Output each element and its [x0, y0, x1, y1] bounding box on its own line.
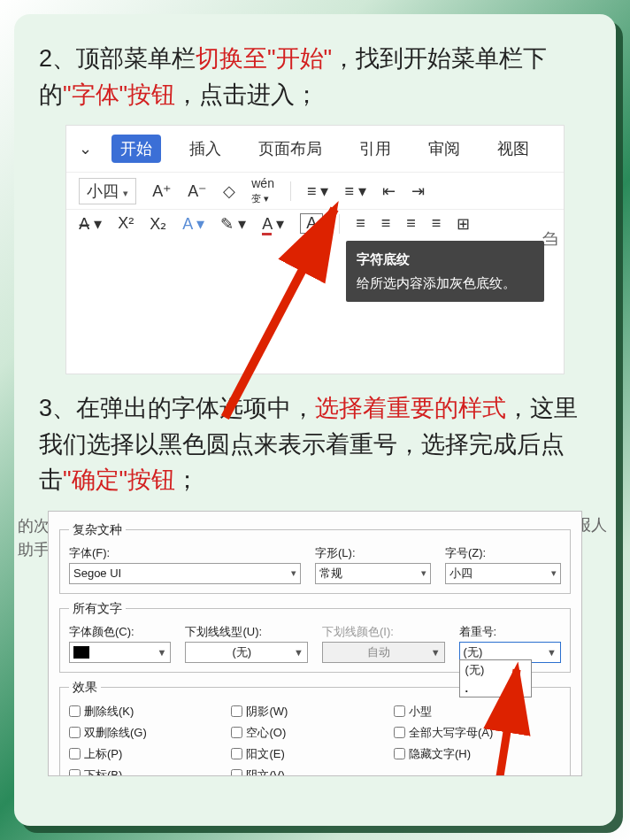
check-outline[interactable]: 空心(O): [231, 725, 393, 741]
emphasis-label: 着重号:: [459, 624, 561, 640]
tab-home[interactable]: 开始: [111, 135, 161, 163]
text: ，点击进入；: [175, 81, 319, 108]
tooltip-title: 字符底纹: [357, 250, 534, 270]
tab-reference[interactable]: 引用: [350, 135, 400, 163]
divider: [290, 181, 291, 201]
dropdown-icon: ▼: [158, 647, 167, 658]
tab-insert[interactable]: 插入: [181, 135, 230, 163]
strikethrough-icon[interactable]: A̶ ▾: [79, 214, 102, 234]
select-value: (无): [464, 644, 483, 660]
text-highlight: 切换至"开始": [196, 45, 332, 72]
select-value: 自动: [367, 644, 390, 660]
phonetic-guide-icon[interactable]: wén变 ▾: [251, 176, 274, 205]
font-label: 字体(F):: [69, 545, 301, 561]
font-select[interactable]: Segoe UI▾: [69, 563, 301, 584]
tab-review[interactable]: 审阅: [419, 135, 469, 163]
size-label: 字号(Z):: [445, 545, 561, 561]
decrease-font-icon[interactable]: A⁻: [188, 181, 207, 201]
dropdown-icon: ▾: [421, 567, 426, 579]
bullet-list-icon[interactable]: ≡ ▾: [307, 181, 329, 201]
color-label: 字体颜色(C):: [69, 624, 171, 640]
color-select[interactable]: ▼: [69, 642, 171, 663]
check-engrave[interactable]: 阴文(V): [231, 767, 393, 776]
dropdown-icon: ▼: [547, 647, 557, 658]
background-glyph: 刍: [542, 228, 558, 250]
menu-chevron-icon[interactable]: ⌄: [79, 139, 92, 158]
background-text: 的次助手: [18, 514, 50, 562]
step-3-text: 3、在弹出的字体选项中，选择着重要的样式，这里我们选择以黑色圆点来表示着重号，选…: [39, 390, 591, 498]
superscript-icon[interactable]: X²: [118, 214, 134, 233]
check-emboss[interactable]: 阳文(E): [231, 746, 393, 762]
step-2-text: 2、顶部菜单栏切换至"开始"，找到开始菜单栏下的"字体"按钮，点击进入；: [39, 41, 591, 112]
text-effects-icon[interactable]: A ▾: [182, 214, 204, 234]
style-select[interactable]: 常规▾: [315, 563, 431, 584]
size-select[interactable]: 小四▾: [445, 563, 561, 584]
color-swatch-icon: [73, 646, 89, 659]
text-highlight: 选择着重要的样式: [315, 395, 506, 421]
ribbon-toolbar-row-1: 小四 ▾ A⁺ A⁻ ◇ wén变 ▾ ≡ ▾ ≡ ▾ ⇤ ⇥: [66, 172, 564, 209]
tutorial-card: 2、顶部菜单栏切换至"开始"，找到开始菜单栏下的"字体"按钮，点击进入； ⌄ 开…: [14, 14, 616, 826]
dropdown-icon: ▼: [431, 647, 441, 658]
dropdown-icon: ▾: [551, 567, 557, 579]
font-size-selector[interactable]: 小四 ▾: [79, 178, 136, 204]
text: 2、顶部菜单栏: [39, 45, 196, 72]
select-value: 小四: [449, 566, 472, 582]
check-double-strike[interactable]: 双删除线(G): [69, 725, 231, 741]
underline-color-label: 下划线颜色(I):: [322, 624, 445, 640]
text-highlight: "确定"按钮: [63, 466, 175, 493]
align-center-icon[interactable]: ≡: [381, 214, 391, 233]
select-value: Segoe UI: [73, 566, 121, 580]
check-strikethrough[interactable]: 删除线(K): [69, 704, 231, 720]
increase-indent-icon[interactable]: ⇥: [411, 181, 425, 201]
check-shadow[interactable]: 阴影(W): [231, 704, 393, 720]
font-size-value: 小四: [87, 182, 119, 200]
tab-view[interactable]: 视图: [488, 135, 538, 163]
complex-script-group: 复杂文种 字体(F): Segoe UI▾ 字形(L): 常规▾: [59, 522, 571, 594]
dropdown-icon: ▾: [123, 188, 128, 198]
select-value: 常规: [319, 566, 342, 582]
ribbon-screenshot: ⌄ 开始 插入 页面布局 引用 审阅 视图 小四 ▾ A⁺ A⁻ ◇ wén变 …: [65, 125, 565, 374]
underline-label: 下划线线型(U):: [185, 624, 308, 640]
dropdown-icon: ▾: [291, 567, 296, 579]
all-text-group: 所有文字 字体颜色(C): ▼ 下划线线型(U): (无)▼: [59, 601, 571, 673]
font-dialog-screenshot: 的次助手 报人 复杂文种 字体(F): Segoe UI▾ 字形(L):: [14, 511, 616, 776]
subscript-icon[interactable]: X₂: [150, 214, 166, 234]
decrease-indent-icon[interactable]: ⇤: [382, 181, 396, 201]
align-right-icon[interactable]: ≡: [406, 214, 416, 233]
character-shading-tooltip: 字符底纹 给所选内容添加灰色底纹。: [346, 241, 544, 302]
select-value: (无): [232, 644, 251, 660]
increase-font-icon[interactable]: A⁺: [152, 181, 172, 201]
highlight-icon[interactable]: ✎ ▾: [220, 214, 246, 234]
check-subscript[interactable]: 下标(B): [69, 767, 231, 776]
clear-format-icon[interactable]: ◇: [223, 181, 235, 201]
check-superscript[interactable]: 上标(P): [69, 746, 231, 762]
group-label: 所有文字: [69, 601, 126, 617]
font-dialog: 复杂文种 字体(F): Segoe UI▾ 字形(L): 常规▾: [48, 511, 582, 776]
align-justify-icon[interactable]: ≡: [432, 214, 442, 233]
group-label: 复杂文种: [69, 522, 126, 538]
group-label: 效果: [69, 680, 101, 696]
text: ；: [175, 466, 199, 493]
dropdown-icon: ▼: [294, 647, 303, 658]
underline-select[interactable]: (无)▼: [185, 642, 308, 663]
tooltip-body: 给所选内容添加灰色底纹。: [357, 274, 534, 294]
distribute-icon[interactable]: ⊞: [457, 214, 470, 234]
style-label: 字形(L):: [315, 545, 431, 561]
tab-layout[interactable]: 页面布局: [250, 135, 331, 163]
ribbon-tabs: ⌄ 开始 插入 页面布局 引用 审阅 视图: [66, 126, 564, 172]
underline-color-select: 自动▼: [322, 642, 445, 663]
text-highlight: "字体"按钮: [63, 81, 175, 108]
